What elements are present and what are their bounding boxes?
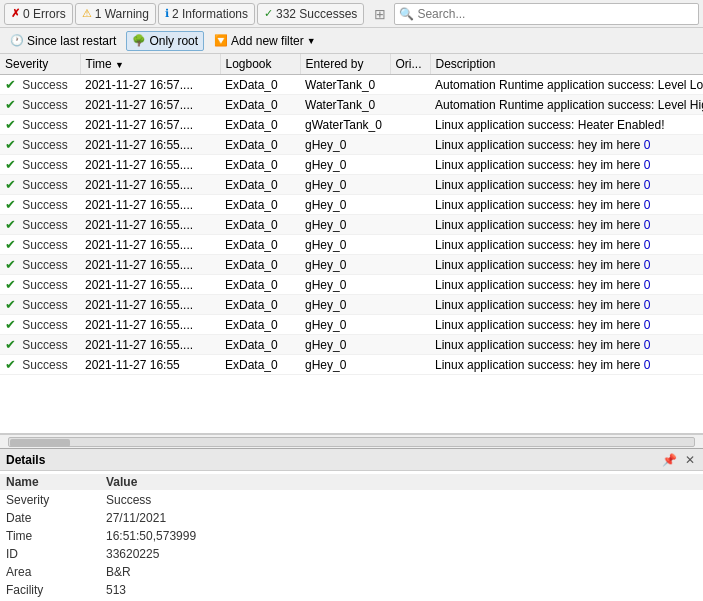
table-row[interactable]: ✔ Success 2021-11-27 16:55.... ExData_0 … xyxy=(0,155,703,175)
detail-field-value: B&R xyxy=(100,564,703,580)
cell-time: 2021-11-27 16:55.... xyxy=(80,195,220,215)
cell-description: Linux application success: hey im here 0 xyxy=(430,255,703,275)
cell-time: 2021-11-27 16:57.... xyxy=(80,115,220,135)
cell-severity: ✔ Success xyxy=(0,215,80,235)
cell-logbook: ExData_0 xyxy=(220,355,300,375)
cell-severity: ✔ Success xyxy=(0,275,80,295)
table-row[interactable]: ✔ Success 2021-11-27 16:55.... ExData_0 … xyxy=(0,275,703,295)
table-row[interactable]: ✔ Success 2021-11-27 16:55.... ExData_0 … xyxy=(0,335,703,355)
cell-logbook: ExData_0 xyxy=(220,195,300,215)
cell-time: 2021-11-27 16:55.... xyxy=(80,335,220,355)
table-row[interactable]: ✔ Success 2021-11-27 16:55.... ExData_0 … xyxy=(0,215,703,235)
cell-description: Linux application success: hey im here 0 xyxy=(430,215,703,235)
cell-description: Linux application success: hey im here 0 xyxy=(430,315,703,335)
cell-time: 2021-11-27 16:55.... xyxy=(80,175,220,195)
table-row[interactable]: ✔ Success 2021-11-27 16:55.... ExData_0 … xyxy=(0,315,703,335)
main-table-container[interactable]: Severity Time ▼ Logbook Entered by Ori..… xyxy=(0,54,703,434)
table-row[interactable]: ✔ Success 2021-11-27 16:55.... ExData_0 … xyxy=(0,255,703,275)
cell-logbook: ExData_0 xyxy=(220,235,300,255)
severity-value: Success xyxy=(22,118,67,132)
table-row[interactable]: ✔ Success 2021-11-27 16:55.... ExData_0 … xyxy=(0,135,703,155)
cell-origin xyxy=(390,75,430,95)
cell-entered-by: gWaterTank_0 xyxy=(300,115,390,135)
cell-logbook: ExData_0 xyxy=(220,155,300,175)
col-header-origin[interactable]: Ori... xyxy=(390,54,430,75)
cell-severity: ✔ Success xyxy=(0,195,80,215)
cell-logbook: ExData_0 xyxy=(220,335,300,355)
col-header-description[interactable]: Description xyxy=(430,54,703,75)
add-filter-icon: 🔽 xyxy=(214,34,228,47)
success-check-icon: ✔ xyxy=(5,137,16,152)
table-row[interactable]: ✔ Success 2021-11-27 16:55.... ExData_0 … xyxy=(0,195,703,215)
detail-field-value: 33620225 xyxy=(100,546,703,562)
search-input[interactable] xyxy=(417,7,694,21)
add-filter-button[interactable]: 🔽 Add new filter ▼ xyxy=(208,31,322,51)
cell-logbook: ExData_0 xyxy=(220,115,300,135)
cell-logbook: ExData_0 xyxy=(220,295,300,315)
cell-time: 2021-11-27 16:55.... xyxy=(80,315,220,335)
cell-description: Linux application success: hey im here 0 xyxy=(430,335,703,355)
severity-value: Success xyxy=(22,218,67,232)
cell-origin xyxy=(390,335,430,355)
cell-logbook: ExData_0 xyxy=(220,255,300,275)
success-button[interactable]: ✓ 332 Successes xyxy=(257,3,364,25)
errors-label: 0 Errors xyxy=(23,7,66,21)
warning-button[interactable]: ⚠ 1 Warning xyxy=(75,3,156,25)
table-row[interactable]: ✔ Success 2021-11-27 16:55.... ExData_0 … xyxy=(0,175,703,195)
cell-logbook: ExData_0 xyxy=(220,215,300,235)
info-button[interactable]: ℹ 2 Informations xyxy=(158,3,255,25)
table-row[interactable]: ✔ Success 2021-11-27 16:55.... ExData_0 … xyxy=(0,295,703,315)
table-row[interactable]: ✔ Success 2021-11-27 16:55 ExData_0 gHey… xyxy=(0,355,703,375)
col-header-severity[interactable]: Severity xyxy=(0,54,80,75)
toolbar-action-icon[interactable]: ⊞ xyxy=(372,6,388,22)
severity-value: Success xyxy=(22,178,67,192)
only-root-button[interactable]: 🌳 Only root xyxy=(126,31,204,51)
cell-origin xyxy=(390,295,430,315)
horizontal-scrollbar[interactable] xyxy=(0,434,703,448)
info-label: 2 Informations xyxy=(172,7,248,21)
cell-severity: ✔ Success xyxy=(0,295,80,315)
col-header-time[interactable]: Time ▼ xyxy=(80,54,220,75)
pin-button[interactable]: 📌 xyxy=(660,453,679,467)
h-scroll-thumb[interactable] xyxy=(10,439,70,447)
success-check-icon: ✔ xyxy=(5,317,16,332)
table-row[interactable]: ✔ Success 2021-11-27 16:55.... ExData_0 … xyxy=(0,235,703,255)
cell-severity: ✔ Success xyxy=(0,355,80,375)
errors-button[interactable]: ✗ 0 Errors xyxy=(4,3,73,25)
details-panel: Details 📌 ✕ Name Value Severity Success … xyxy=(0,448,703,601)
success-check-icon: ✔ xyxy=(5,357,16,372)
since-last-restart-button[interactable]: 🕐 Since last restart xyxy=(4,31,122,51)
table-body: ✔ Success 2021-11-27 16:57.... ExData_0 … xyxy=(0,75,703,375)
details-column-headers: Name Value xyxy=(0,473,703,491)
cell-entered-by: gHey_0 xyxy=(300,195,390,215)
severity-value: Success xyxy=(22,258,67,272)
cell-origin xyxy=(390,135,430,155)
cell-entered-by: gHey_0 xyxy=(300,355,390,375)
close-button[interactable]: ✕ xyxy=(683,453,697,467)
cell-origin xyxy=(390,195,430,215)
detail-row: Area B&R xyxy=(0,563,703,581)
col-header-entered-by[interactable]: Entered by xyxy=(300,54,390,75)
table-row[interactable]: ✔ Success 2021-11-27 16:57.... ExData_0 … xyxy=(0,95,703,115)
warning-icon: ⚠ xyxy=(82,7,92,20)
h-scroll-track[interactable] xyxy=(8,437,695,447)
table-row[interactable]: ✔ Success 2021-11-27 16:57.... ExData_0 … xyxy=(0,75,703,95)
cell-time: 2021-11-27 16:55.... xyxy=(80,215,220,235)
cell-entered-by: gHey_0 xyxy=(300,215,390,235)
cell-severity: ✔ Success xyxy=(0,75,80,95)
detail-row: Date 27/11/2021 xyxy=(0,509,703,527)
success-check-icon: ✔ xyxy=(5,237,16,252)
success-check-icon: ✔ xyxy=(5,257,16,272)
cell-severity: ✔ Success xyxy=(0,115,80,135)
col-header-logbook[interactable]: Logbook xyxy=(220,54,300,75)
severity-value: Success xyxy=(22,78,67,92)
cell-entered-by: WaterTank_0 xyxy=(300,95,390,115)
success-check-icon: ✔ xyxy=(5,297,16,312)
cell-severity: ✔ Success xyxy=(0,255,80,275)
details-content[interactable]: Name Value Severity Success Date 27/11/2… xyxy=(0,471,703,601)
table-row[interactable]: ✔ Success 2021-11-27 16:57.... ExData_0 … xyxy=(0,115,703,135)
cell-logbook: ExData_0 xyxy=(220,95,300,115)
details-header-icons: 📌 ✕ xyxy=(660,453,697,467)
search-box[interactable]: 🔍 xyxy=(394,3,699,25)
severity-value: Success xyxy=(22,358,67,372)
